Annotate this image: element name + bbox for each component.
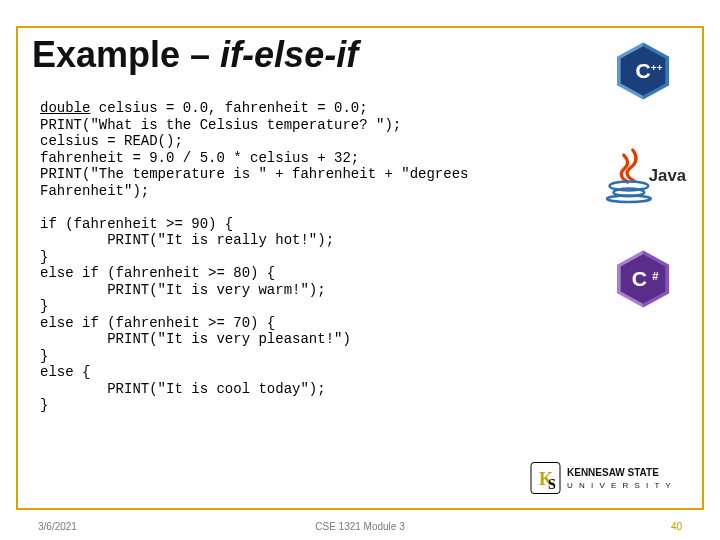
code-l12: PRINT("It is very warm!"); [40, 282, 326, 298]
code-l17: else { [40, 364, 90, 380]
slide-footer: 3/6/2021 CSE 1321 Module 3 40 [0, 516, 720, 534]
code-l3: celsius = READ(); [40, 133, 183, 149]
ksu-logo-icon: K S KENNESAW STATE U N I V E R S I T Y [528, 452, 698, 504]
code-l11: else if (fahrenheit >= 80) { [40, 265, 275, 281]
code-l8: if (fahrenheit >= 90) { [40, 216, 233, 232]
code-l18: PRINT("It is cool today"); [40, 381, 326, 397]
code-block: double celsius = 0.0, fahrenheit = 0.0; … [40, 100, 560, 414]
code-l4: fahrenheit = 9.0 / 5.0 * celsius + 32; [40, 150, 359, 166]
title-plain: Example – [32, 34, 220, 75]
code-l14: else if (fahrenheit >= 70) { [40, 315, 275, 331]
code-l19: } [40, 397, 48, 413]
svg-text:S: S [548, 477, 556, 492]
csharp-logo-icon: C # [612, 248, 674, 310]
footer-page-number: 40 [671, 521, 682, 532]
code-l16: } [40, 348, 48, 364]
svg-text:#: # [652, 270, 659, 282]
cpp-logo-icon: C ++ [612, 40, 674, 102]
slide-title: Example – if-else-if [32, 34, 358, 76]
svg-text:C: C [632, 267, 647, 290]
code-l5: PRINT("The temperature is " + fahrenheit… [40, 166, 468, 182]
code-l1b: celsius = 0.0, fahrenheit = 0.0; [90, 100, 367, 116]
svg-text:C: C [635, 59, 650, 82]
code-l2: PRINT("What is the Celsius temperature? … [40, 117, 401, 133]
svg-text:++: ++ [651, 62, 663, 73]
code-l9: PRINT("It is really hot!"); [40, 232, 334, 248]
java-logo-icon: Java [598, 144, 688, 206]
code-l10: } [40, 249, 48, 265]
footer-course: CSE 1321 Module 3 [315, 521, 405, 532]
code-l13: } [40, 298, 48, 314]
svg-text:Java: Java [649, 166, 687, 185]
ksu-text2: U N I V E R S I T Y [567, 481, 673, 490]
logo-column: C ++ Java C # [588, 40, 698, 310]
svg-point-7 [607, 196, 651, 202]
title-italic: if-else-if [220, 34, 358, 75]
code-l6: Fahrenheit"); [40, 183, 149, 199]
footer-date: 3/6/2021 [38, 521, 77, 532]
code-l15: PRINT("It is very pleasant!") [40, 331, 351, 347]
code-keyword-double: double [40, 100, 90, 116]
ksu-text1: KENNESAW STATE [567, 467, 659, 478]
